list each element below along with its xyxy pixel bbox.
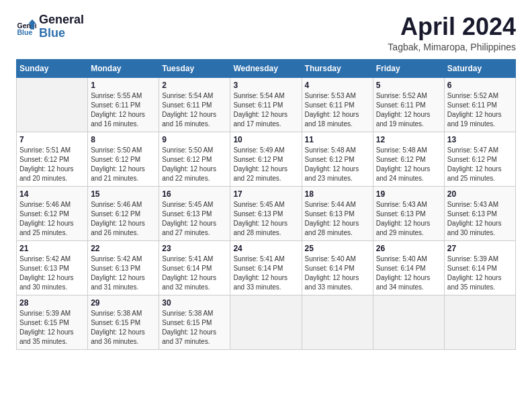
day-info: Sunrise: 5:41 AMSunset: 6:14 PMDaylight:… xyxy=(162,255,227,292)
day-number: 14 xyxy=(19,189,85,199)
svg-text:Blue: Blue xyxy=(17,28,33,36)
day-number: 6 xyxy=(447,81,513,90)
day-number: 3 xyxy=(233,81,298,90)
day-number: 28 xyxy=(19,298,85,308)
calendar-cell: 23Sunrise: 5:41 AMSunset: 6:14 PMDayligh… xyxy=(159,240,230,295)
day-info: Sunrise: 5:49 AMSunset: 6:12 PMDaylight:… xyxy=(233,146,298,183)
day-info: Sunrise: 5:55 AMSunset: 6:11 PMDaylight:… xyxy=(91,91,156,129)
calendar-cell: 26Sunrise: 5:40 AMSunset: 6:14 PMDayligh… xyxy=(373,240,444,295)
calendar-cell: 2Sunrise: 5:54 AMSunset: 6:11 PMDaylight… xyxy=(159,77,230,132)
calendar-cell: 24Sunrise: 5:41 AMSunset: 6:14 PMDayligh… xyxy=(230,240,302,295)
day-info: Sunrise: 5:46 AMSunset: 6:12 PMDaylight:… xyxy=(19,200,85,238)
day-info: Sunrise: 5:41 AMSunset: 6:14 PMDaylight:… xyxy=(233,255,298,292)
calendar-cell: 22Sunrise: 5:42 AMSunset: 6:13 PMDayligh… xyxy=(88,240,159,295)
calendar-week-row: 14Sunrise: 5:46 AMSunset: 6:12 PMDayligh… xyxy=(17,186,516,240)
logo-text: General Blue xyxy=(39,13,84,40)
day-info: Sunrise: 5:53 AMSunset: 6:11 PMDaylight:… xyxy=(305,91,370,129)
day-info: Sunrise: 5:47 AMSunset: 6:12 PMDaylight:… xyxy=(447,146,513,183)
calendar-week-row: 28Sunrise: 5:39 AMSunset: 6:15 PMDayligh… xyxy=(17,295,516,349)
day-info: Sunrise: 5:54 AMSunset: 6:11 PMDaylight:… xyxy=(162,91,227,129)
day-of-week-header: Sunday xyxy=(17,59,88,77)
day-number: 16 xyxy=(162,189,227,199)
day-of-week-header: Saturday xyxy=(444,59,515,77)
month-title: April 2024 xyxy=(388,13,516,40)
calendar-cell: 15Sunrise: 5:46 AMSunset: 6:12 PMDayligh… xyxy=(88,186,159,240)
logo: General Blue General Blue xyxy=(16,13,84,40)
calendar-week-row: 21Sunrise: 5:42 AMSunset: 6:13 PMDayligh… xyxy=(17,240,516,295)
calendar-cell: 20Sunrise: 5:43 AMSunset: 6:13 PMDayligh… xyxy=(444,186,515,240)
day-of-week-header: Monday xyxy=(88,59,159,77)
day-number: 15 xyxy=(91,189,156,199)
calendar-cell: 6Sunrise: 5:52 AMSunset: 6:11 PMDaylight… xyxy=(444,77,515,132)
calendar-cell: 14Sunrise: 5:46 AMSunset: 6:12 PMDayligh… xyxy=(17,186,88,240)
day-number: 2 xyxy=(162,81,227,90)
day-info: Sunrise: 5:43 AMSunset: 6:13 PMDaylight:… xyxy=(447,200,513,238)
calendar-table: SundayMondayTuesdayWednesdayThursdayFrid… xyxy=(16,59,516,350)
day-number: 13 xyxy=(447,135,513,144)
day-number: 25 xyxy=(305,244,370,253)
day-number: 26 xyxy=(376,244,441,253)
calendar-cell: 3Sunrise: 5:54 AMSunset: 6:11 PMDaylight… xyxy=(230,77,302,132)
day-info: Sunrise: 5:38 AMSunset: 6:15 PMDaylight:… xyxy=(91,309,156,347)
calendar-cell: 16Sunrise: 5:45 AMSunset: 6:13 PMDayligh… xyxy=(159,186,230,240)
day-number: 22 xyxy=(91,244,156,253)
location-title: Tagbak, Mimaropa, Philippines xyxy=(388,42,516,52)
day-info: Sunrise: 5:48 AMSunset: 6:12 PMDaylight:… xyxy=(376,146,441,183)
day-number: 19 xyxy=(376,189,441,199)
day-info: Sunrise: 5:52 AMSunset: 6:11 PMDaylight:… xyxy=(447,91,513,129)
calendar-body: 1Sunrise: 5:55 AMSunset: 6:11 PMDaylight… xyxy=(17,77,516,349)
day-number: 4 xyxy=(305,81,370,90)
day-info: Sunrise: 5:45 AMSunset: 6:13 PMDaylight:… xyxy=(233,200,298,238)
day-number: 20 xyxy=(447,189,513,199)
day-number: 24 xyxy=(233,244,298,253)
calendar-cell: 18Sunrise: 5:44 AMSunset: 6:13 PMDayligh… xyxy=(302,186,373,240)
day-number: 5 xyxy=(376,81,441,90)
calendar-cell: 30Sunrise: 5:38 AMSunset: 6:15 PMDayligh… xyxy=(159,295,230,349)
day-number: 10 xyxy=(233,135,298,144)
day-info: Sunrise: 5:39 AMSunset: 6:14 PMDaylight:… xyxy=(447,255,513,292)
calendar-cell: 25Sunrise: 5:40 AMSunset: 6:14 PMDayligh… xyxy=(302,240,373,295)
day-of-week-header: Tuesday xyxy=(159,59,230,77)
day-info: Sunrise: 5:40 AMSunset: 6:14 PMDaylight:… xyxy=(305,255,370,292)
calendar-cell: 5Sunrise: 5:52 AMSunset: 6:11 PMDaylight… xyxy=(373,77,444,132)
day-info: Sunrise: 5:40 AMSunset: 6:14 PMDaylight:… xyxy=(376,255,441,292)
calendar-cell: 19Sunrise: 5:43 AMSunset: 6:13 PMDayligh… xyxy=(373,186,444,240)
calendar-header: SundayMondayTuesdayWednesdayThursdayFrid… xyxy=(17,59,516,77)
day-info: Sunrise: 5:39 AMSunset: 6:15 PMDaylight:… xyxy=(19,309,85,347)
day-number: 30 xyxy=(162,298,227,308)
day-info: Sunrise: 5:42 AMSunset: 6:13 PMDaylight:… xyxy=(91,255,156,292)
calendar-cell: 21Sunrise: 5:42 AMSunset: 6:13 PMDayligh… xyxy=(17,240,88,295)
calendar-cell: 10Sunrise: 5:49 AMSunset: 6:12 PMDayligh… xyxy=(230,132,302,186)
header: General Blue General Blue April 2024 Tag… xyxy=(16,13,516,52)
day-of-week-header: Friday xyxy=(373,59,444,77)
calendar-cell: 13Sunrise: 5:47 AMSunset: 6:12 PMDayligh… xyxy=(444,132,515,186)
calendar-cell: 27Sunrise: 5:39 AMSunset: 6:14 PMDayligh… xyxy=(444,240,515,295)
calendar-week-row: 1Sunrise: 5:55 AMSunset: 6:11 PMDaylight… xyxy=(17,77,516,132)
day-of-week-header: Thursday xyxy=(302,59,373,77)
day-number: 17 xyxy=(233,189,298,199)
calendar-cell: 12Sunrise: 5:48 AMSunset: 6:12 PMDayligh… xyxy=(373,132,444,186)
day-number: 29 xyxy=(91,298,156,308)
calendar-cell: 28Sunrise: 5:39 AMSunset: 6:15 PMDayligh… xyxy=(17,295,88,349)
day-info: Sunrise: 5:48 AMSunset: 6:12 PMDaylight:… xyxy=(305,146,370,183)
day-info: Sunrise: 5:46 AMSunset: 6:12 PMDaylight:… xyxy=(91,200,156,238)
calendar-cell: 8Sunrise: 5:50 AMSunset: 6:12 PMDaylight… xyxy=(88,132,159,186)
calendar-cell: 29Sunrise: 5:38 AMSunset: 6:15 PMDayligh… xyxy=(88,295,159,349)
calendar-cell xyxy=(444,295,515,349)
day-number: 18 xyxy=(305,189,370,199)
calendar-cell: 11Sunrise: 5:48 AMSunset: 6:12 PMDayligh… xyxy=(302,132,373,186)
day-info: Sunrise: 5:52 AMSunset: 6:11 PMDaylight:… xyxy=(376,91,441,129)
calendar-cell: 17Sunrise: 5:45 AMSunset: 6:13 PMDayligh… xyxy=(230,186,302,240)
calendar-cell: 4Sunrise: 5:53 AMSunset: 6:11 PMDaylight… xyxy=(302,77,373,132)
day-number: 9 xyxy=(162,135,227,144)
calendar-week-row: 7Sunrise: 5:51 AMSunset: 6:12 PMDaylight… xyxy=(17,132,516,186)
day-info: Sunrise: 5:42 AMSunset: 6:13 PMDaylight:… xyxy=(19,255,85,292)
calendar-cell xyxy=(302,295,373,349)
day-info: Sunrise: 5:50 AMSunset: 6:12 PMDaylight:… xyxy=(91,146,156,183)
title-area: April 2024 Tagbak, Mimaropa, Philippines xyxy=(388,13,516,52)
day-number: 23 xyxy=(162,244,227,253)
day-info: Sunrise: 5:50 AMSunset: 6:12 PMDaylight:… xyxy=(162,146,227,183)
day-number: 8 xyxy=(91,135,156,144)
day-number: 21 xyxy=(19,244,85,253)
day-info: Sunrise: 5:38 AMSunset: 6:15 PMDaylight:… xyxy=(162,309,227,347)
